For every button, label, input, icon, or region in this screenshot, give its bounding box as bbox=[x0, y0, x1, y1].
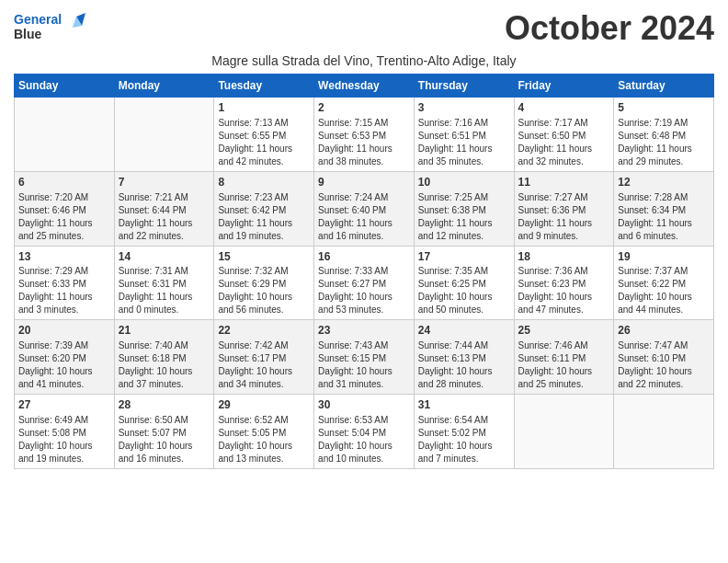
calendar-cell: 1Sunrise: 7:13 AMSunset: 6:55 PMDaylight… bbox=[214, 98, 314, 172]
cell-content: 12Sunrise: 7:28 AMSunset: 6:34 PMDayligh… bbox=[618, 175, 710, 243]
day-number: 15 bbox=[218, 249, 310, 265]
cell-info-line: Sunrise: 7:32 AM bbox=[218, 265, 310, 278]
cell-content: 14Sunrise: 7:31 AMSunset: 6:31 PMDayligh… bbox=[119, 249, 210, 317]
cell-content: 18Sunrise: 7:36 AMSunset: 6:23 PMDayligh… bbox=[518, 249, 610, 317]
day-number: 18 bbox=[518, 249, 610, 265]
day-number: 28 bbox=[119, 397, 210, 413]
calendar-cell: 7Sunrise: 7:21 AMSunset: 6:44 PMDaylight… bbox=[114, 171, 214, 246]
cell-info-line: Sunset: 6:34 PM bbox=[618, 204, 710, 217]
month-title: October 2024 bbox=[505, 9, 714, 48]
cell-content: 6Sunrise: 7:20 AMSunset: 6:46 PMDaylight… bbox=[18, 175, 110, 243]
calendar-week-3: 13Sunrise: 7:29 AMSunset: 6:33 PMDayligh… bbox=[15, 246, 714, 320]
page-header: General Blue October 2024 bbox=[14, 9, 714, 50]
day-number: 22 bbox=[218, 323, 310, 339]
calendar-cell: 12Sunrise: 7:28 AMSunset: 6:34 PMDayligh… bbox=[614, 171, 714, 246]
calendar-header-row: SundayMondayTuesdayWednesdayThursdayFrid… bbox=[15, 75, 714, 98]
cell-content: 11Sunrise: 7:27 AMSunset: 6:36 PMDayligh… bbox=[518, 175, 610, 243]
cell-content: 30Sunrise: 6:53 AMSunset: 5:04 PMDayligh… bbox=[318, 397, 410, 465]
day-number: 17 bbox=[418, 249, 510, 265]
cell-info-line: Daylight: 11 hours and 38 minutes. bbox=[318, 143, 410, 168]
cell-info-line: Sunset: 6:42 PM bbox=[218, 204, 310, 217]
logo-area: General Blue bbox=[14, 9, 87, 50]
cell-info-line: Sunset: 6:15 PM bbox=[318, 352, 410, 365]
day-number: 21 bbox=[119, 323, 210, 339]
cell-info-line: Sunrise: 7:29 AM bbox=[18, 265, 110, 278]
day-number: 19 bbox=[618, 249, 710, 265]
day-number: 2 bbox=[318, 100, 410, 116]
weekday-header-thursday: Thursday bbox=[414, 75, 514, 98]
cell-info-line: Daylight: 11 hours and 16 minutes. bbox=[318, 217, 410, 243]
cell-content: 13Sunrise: 7:29 AMSunset: 6:33 PMDayligh… bbox=[18, 249, 110, 317]
cell-content: 31Sunrise: 6:54 AMSunset: 5:02 PMDayligh… bbox=[418, 397, 510, 465]
cell-info-line: Sunset: 6:29 PM bbox=[218, 278, 310, 291]
cell-content: 29Sunrise: 6:52 AMSunset: 5:05 PMDayligh… bbox=[218, 397, 310, 465]
cell-info-line: Daylight: 11 hours and 6 minutes. bbox=[618, 217, 710, 243]
day-number: 11 bbox=[518, 175, 610, 190]
cell-info-line: Daylight: 10 hours and 44 minutes. bbox=[618, 291, 710, 316]
calendar-cell: 10Sunrise: 7:25 AMSunset: 6:38 PMDayligh… bbox=[414, 171, 514, 246]
cell-info-line: Sunset: 6:17 PM bbox=[218, 352, 310, 365]
cell-info-line: Sunrise: 7:15 AM bbox=[318, 117, 410, 130]
cell-info-line: Sunset: 5:05 PM bbox=[218, 427, 310, 440]
calendar-cell bbox=[15, 98, 115, 172]
cell-info-line: Sunrise: 7:42 AM bbox=[218, 339, 310, 352]
cell-info-line: Sunrise: 7:40 AM bbox=[119, 339, 210, 352]
cell-info-line: Sunset: 6:23 PM bbox=[518, 278, 610, 291]
cell-info-line: Daylight: 11 hours and 9 minutes. bbox=[518, 217, 610, 243]
cell-info-line: Daylight: 10 hours and 10 minutes. bbox=[318, 440, 410, 465]
cell-info-line: Sunrise: 7:44 AM bbox=[418, 339, 510, 352]
cell-info-line: Sunset: 6:33 PM bbox=[18, 278, 110, 291]
calendar-cell: 9Sunrise: 7:24 AMSunset: 6:40 PMDaylight… bbox=[314, 171, 415, 246]
cell-content: 23Sunrise: 7:43 AMSunset: 6:15 PMDayligh… bbox=[318, 323, 410, 391]
cell-info-line: Daylight: 11 hours and 42 minutes. bbox=[218, 143, 310, 168]
calendar-cell: 21Sunrise: 7:40 AMSunset: 6:18 PMDayligh… bbox=[114, 320, 214, 395]
cell-info-line: Daylight: 10 hours and 25 minutes. bbox=[518, 365, 610, 391]
cell-content: 4Sunrise: 7:17 AMSunset: 6:50 PMDaylight… bbox=[518, 100, 610, 168]
cell-info-line: Daylight: 11 hours and 29 minutes. bbox=[618, 143, 710, 168]
day-number: 4 bbox=[518, 100, 610, 116]
calendar-subtitle: Magre sulla Strada del Vino, Trentino-Al… bbox=[14, 53, 714, 68]
cell-info-line: Sunset: 6:44 PM bbox=[119, 204, 210, 217]
cell-info-line: Sunrise: 7:47 AM bbox=[618, 339, 710, 352]
day-number: 14 bbox=[119, 249, 210, 265]
calendar-cell: 13Sunrise: 7:29 AMSunset: 6:33 PMDayligh… bbox=[15, 246, 115, 320]
cell-info-line: Sunset: 6:55 PM bbox=[218, 130, 310, 143]
cell-info-line: Daylight: 11 hours and 3 minutes. bbox=[18, 291, 110, 316]
cell-info-line: Sunrise: 6:54 AM bbox=[418, 414, 510, 427]
cell-info-line: Daylight: 10 hours and 13 minutes. bbox=[218, 440, 310, 465]
calendar-cell bbox=[114, 98, 214, 172]
day-number: 13 bbox=[18, 249, 110, 265]
day-number: 10 bbox=[418, 175, 510, 190]
weekday-header-saturday: Saturday bbox=[614, 75, 714, 98]
cell-info-line: Sunrise: 7:21 AM bbox=[119, 191, 210, 204]
cell-info-line: Sunrise: 7:28 AM bbox=[618, 191, 710, 204]
calendar-week-4: 20Sunrise: 7:39 AMSunset: 6:20 PMDayligh… bbox=[15, 320, 714, 395]
cell-content: 26Sunrise: 7:47 AMSunset: 6:10 PMDayligh… bbox=[618, 323, 710, 391]
day-number: 3 bbox=[418, 100, 510, 116]
calendar-cell: 2Sunrise: 7:15 AMSunset: 6:53 PMDaylight… bbox=[314, 98, 415, 172]
cell-info-line: Sunrise: 6:50 AM bbox=[119, 414, 210, 427]
cell-content: 21Sunrise: 7:40 AMSunset: 6:18 PMDayligh… bbox=[119, 323, 210, 391]
day-number: 7 bbox=[119, 175, 210, 190]
calendar-cell: 5Sunrise: 7:19 AMSunset: 6:48 PMDaylight… bbox=[614, 98, 714, 172]
cell-info-line: Sunset: 5:07 PM bbox=[119, 427, 210, 440]
cell-info-line: Sunset: 6:27 PM bbox=[318, 278, 410, 291]
cell-info-line: Daylight: 11 hours and 22 minutes. bbox=[119, 217, 210, 243]
calendar-table: SundayMondayTuesdayWednesdayThursdayFrid… bbox=[14, 74, 714, 469]
weekday-header-wednesday: Wednesday bbox=[314, 75, 415, 98]
weekday-header-friday: Friday bbox=[514, 75, 614, 98]
cell-info-line: Sunset: 6:25 PM bbox=[418, 278, 510, 291]
cell-info-line: Sunrise: 7:25 AM bbox=[418, 191, 510, 204]
cell-info-line: Sunrise: 7:43 AM bbox=[318, 339, 410, 352]
cell-content: 17Sunrise: 7:35 AMSunset: 6:25 PMDayligh… bbox=[418, 249, 510, 317]
cell-info-line: Daylight: 10 hours and 34 minutes. bbox=[218, 365, 310, 391]
cell-content: 16Sunrise: 7:33 AMSunset: 6:27 PMDayligh… bbox=[318, 249, 410, 317]
cell-info-line: Sunset: 6:18 PM bbox=[119, 352, 210, 365]
calendar-cell: 6Sunrise: 7:20 AMSunset: 6:46 PMDaylight… bbox=[15, 171, 115, 246]
calendar-cell: 31Sunrise: 6:54 AMSunset: 5:02 PMDayligh… bbox=[414, 395, 514, 469]
cell-info-line: Sunrise: 7:24 AM bbox=[318, 191, 410, 204]
calendar-week-1: 1Sunrise: 7:13 AMSunset: 6:55 PMDaylight… bbox=[15, 98, 714, 172]
cell-info-line: Sunrise: 7:46 AM bbox=[518, 339, 610, 352]
calendar-cell bbox=[614, 395, 714, 469]
cell-info-line: Daylight: 10 hours and 22 minutes. bbox=[618, 365, 710, 391]
